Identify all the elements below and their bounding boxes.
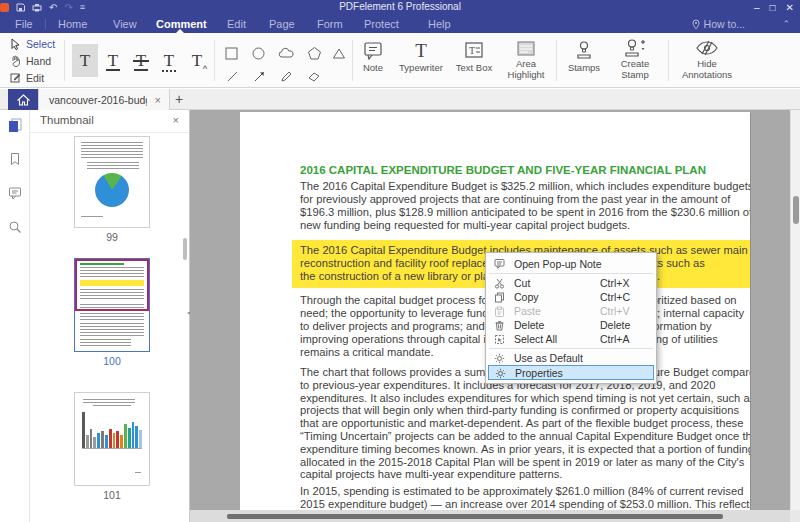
- menu-item-paste: Paste Ctrl+V: [486, 304, 656, 318]
- tab-close-icon[interactable]: ×: [147, 94, 169, 106]
- menu-item-delete[interactable]: Delete Delete: [486, 318, 656, 332]
- hand-label: Hand: [26, 55, 51, 67]
- search-panel-icon[interactable]: [8, 220, 22, 234]
- menu-file[interactable]: File: [15, 15, 33, 33]
- page-thumbnail-101[interactable]: [74, 392, 150, 486]
- cloud-shape-tool[interactable]: [278, 46, 295, 61]
- menu-item-label: Select All: [514, 333, 557, 345]
- menu-page[interactable]: Page: [269, 15, 295, 33]
- menu-divider: [45, 19, 46, 29]
- pencil-tool[interactable]: [280, 70, 293, 83]
- area-highlight-tool[interactable]: Area Highlight: [500, 37, 552, 80]
- highlight-text-tool[interactable]: T: [72, 44, 98, 77]
- comment-panel-icon[interactable]: [8, 186, 22, 200]
- typewriter-tool[interactable]: T Typewriter: [392, 37, 450, 74]
- typewriter-icon: T: [392, 37, 450, 63]
- thumbnail-panel-icon[interactable]: [8, 118, 22, 132]
- menu-view[interactable]: View: [113, 15, 137, 33]
- popup-note-icon: [493, 257, 505, 269]
- select-tool[interactable]: Select: [10, 35, 55, 52]
- caret-insert-tool[interactable]: T^: [184, 44, 210, 77]
- maximize-button[interactable]: □: [770, 2, 776, 13]
- text-box-tool[interactable]: T Text Box: [450, 37, 498, 74]
- minimize-button[interactable]: –: [754, 2, 760, 13]
- window-controls: – □ ✕: [754, 0, 794, 15]
- menu-item-open-popup-note[interactable]: Open Pop-up Note: [486, 256, 656, 271]
- text-line: that are opportunistic and market-depend…: [300, 417, 750, 430]
- document-tab-bar: vancouver-2016-budget × +: [0, 89, 800, 110]
- menu-item-properties[interactable]: Properties: [488, 365, 654, 380]
- document-tab[interactable]: vancouver-2016-budget ×: [38, 89, 170, 110]
- vertical-scrollbar-thumb[interactable]: [793, 196, 799, 224]
- area-highlight-icon: [500, 37, 552, 59]
- rectangle-shape-tool[interactable]: [224, 46, 239, 61]
- line-tool[interactable]: [226, 70, 239, 83]
- context-menu: Open Pop-up Note Cut Ctrl+X Copy Ctrl+C …: [485, 252, 657, 384]
- new-tab-button[interactable]: +: [175, 89, 183, 110]
- page-thumbnail-99[interactable]: [74, 136, 150, 228]
- toolbar-divider: [668, 40, 669, 81]
- pin-icon: [692, 19, 700, 30]
- delete-icon: [493, 319, 505, 331]
- strikethrough-text-tool[interactable]: T: [128, 44, 154, 77]
- thumb-text-lines: [93, 405, 131, 408]
- text-box-label: Text Box: [450, 63, 498, 74]
- mode-group: Select Hand Edit: [10, 35, 55, 86]
- bookmark-panel-icon[interactable]: [8, 152, 22, 166]
- gear-icon: [493, 352, 505, 364]
- note-label: Note: [356, 63, 390, 74]
- underline-text-tool[interactable]: T: [100, 44, 126, 77]
- menu-item-select-all[interactable]: Select All Ctrl+A: [486, 332, 656, 346]
- menu-home[interactable]: Home: [58, 15, 87, 33]
- menu-item-label: Cut: [514, 277, 530, 289]
- create-stamp-tool[interactable]: Create Stamp: [610, 37, 660, 80]
- cut-icon: [493, 277, 505, 289]
- connected-lines-tool[interactable]: [332, 47, 346, 60]
- menu-form[interactable]: Form: [317, 15, 343, 33]
- home-tab-button[interactable]: [8, 89, 38, 110]
- note-tool[interactable]: Note: [356, 37, 390, 74]
- thumbnail-panel-header: Thumbnail ×: [30, 110, 189, 133]
- menu-item-shortcut: Ctrl+A: [600, 333, 629, 345]
- close-button[interactable]: ✕: [786, 2, 794, 13]
- squiggly-underline-tool[interactable]: T: [156, 44, 182, 77]
- arrow-tool[interactable]: [253, 70, 266, 83]
- menu-item-label: Open Pop-up Note: [514, 258, 602, 270]
- thumb-text-lines: [135, 472, 141, 475]
- area-highlight-label-1: Area: [500, 59, 552, 70]
- hide-annotations-tool[interactable]: Hide Annotations: [676, 37, 738, 80]
- hand-icon: [10, 55, 21, 67]
- how-to-link[interactable]: How to...: [692, 15, 745, 33]
- thumb-text-lines: [87, 162, 139, 171]
- hide-annotations-label-2: Annotations: [676, 70, 738, 81]
- scrollbar-corner: [790, 510, 800, 522]
- collapse-ribbon-icon[interactable]: ⌃: [782, 15, 790, 33]
- menu-item-copy[interactable]: Copy Ctrl+C: [486, 290, 656, 304]
- menu-item-shortcut: Ctrl+X: [600, 277, 629, 289]
- document-tab-label: vancouver-2016-budget: [39, 94, 147, 106]
- menu-separator: [489, 273, 653, 274]
- panel-scrollbar-thumb[interactable]: [183, 238, 187, 260]
- edit-tool[interactable]: Edit: [10, 69, 55, 86]
- thumbnail-panel-close-icon[interactable]: ×: [173, 114, 179, 126]
- edit-icon: [10, 72, 21, 83]
- paragraph-1: The 2016 Capital Expenditure Budget is $…: [300, 180, 750, 232]
- page-thumbnail-100[interactable]: [74, 258, 150, 352]
- horizontal-scrollbar[interactable]: [190, 510, 790, 522]
- menu-protect[interactable]: Protect: [364, 15, 399, 33]
- stamps-tool[interactable]: Stamps: [562, 37, 606, 74]
- oval-shape-tool[interactable]: [251, 46, 266, 61]
- menu-item-cut[interactable]: Cut Ctrl+X: [486, 276, 656, 290]
- hand-tool[interactable]: Hand: [10, 52, 55, 69]
- menu-item-shortcut: Ctrl+C: [600, 291, 630, 303]
- vertical-scrollbar[interactable]: [790, 110, 800, 510]
- how-to-label: How to...: [704, 18, 745, 30]
- polygon-shape-tool[interactable]: [307, 46, 322, 61]
- menu-help[interactable]: Help: [428, 15, 451, 33]
- create-stamp-label-1: Create: [610, 59, 660, 70]
- horizontal-scrollbar-thumb[interactable]: [227, 514, 723, 519]
- eraser-tool[interactable]: [307, 70, 321, 83]
- menu-item-shortcut: Ctrl+V: [600, 305, 629, 317]
- menu-edit[interactable]: Edit: [227, 15, 246, 33]
- menu-item-use-as-default[interactable]: Use as Default: [486, 351, 656, 365]
